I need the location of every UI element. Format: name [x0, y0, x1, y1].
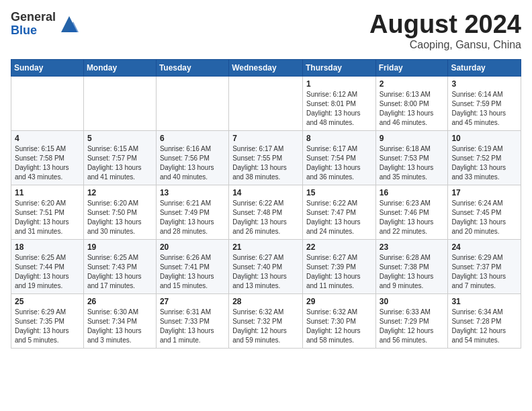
day-number: 8 — [306, 134, 372, 143]
day-info: Sunrise: 6:32 AM Sunset: 7:30 PM Dayligh… — [306, 308, 372, 345]
logo-blue: Blue — [11, 24, 56, 38]
logo-icon — [58, 13, 80, 35]
month-title: August 2024 — [369, 11, 521, 39]
day-number: 21 — [232, 242, 299, 252]
calendar-cell: 17Sunrise: 6:24 AM Sunset: 7:45 PM Dayli… — [448, 185, 521, 239]
day-number: 20 — [160, 242, 225, 252]
calendar-cell — [11, 76, 84, 130]
day-number: 6 — [160, 134, 225, 143]
day-number: 13 — [160, 188, 225, 197]
day-info: Sunrise: 6:14 AM Sunset: 7:59 PM Dayligh… — [451, 90, 517, 128]
day-info: Sunrise: 6:26 AM Sunset: 7:41 PM Dayligh… — [160, 253, 225, 291]
calendar-cell: 23Sunrise: 6:28 AM Sunset: 7:38 PM Dayli… — [375, 239, 448, 293]
day-number: 15 — [306, 188, 372, 197]
day-number: 3 — [451, 79, 517, 89]
day-info: Sunrise: 6:19 AM Sunset: 7:52 PM Dayligh… — [451, 144, 517, 182]
day-number: 25 — [15, 297, 80, 306]
day-number: 22 — [306, 242, 372, 252]
day-header-saturday: Saturday — [448, 59, 521, 76]
day-number: 2 — [380, 79, 445, 89]
day-number: 27 — [160, 297, 225, 306]
day-header-wednesday: Wednesday — [229, 59, 303, 76]
calendar-cell: 19Sunrise: 6:25 AM Sunset: 7:43 PM Dayli… — [83, 239, 156, 293]
day-number: 5 — [87, 134, 152, 143]
calendar-cell: 20Sunrise: 6:26 AM Sunset: 7:41 PM Dayli… — [156, 239, 228, 293]
day-info: Sunrise: 6:20 AM Sunset: 7:50 PM Dayligh… — [87, 199, 152, 236]
day-info: Sunrise: 6:15 AM Sunset: 7:57 PM Dayligh… — [87, 144, 152, 182]
calendar-week-1: 1Sunrise: 6:12 AM Sunset: 8:01 PM Daylig… — [11, 76, 521, 130]
calendar-cell: 28Sunrise: 6:32 AM Sunset: 7:32 PM Dayli… — [229, 293, 303, 348]
header: General Blue August 2024 Caoping, Gansu,… — [11, 11, 521, 51]
calendar-week-4: 18Sunrise: 6:25 AM Sunset: 7:44 PM Dayli… — [11, 239, 521, 293]
day-info: Sunrise: 6:16 AM Sunset: 7:56 PM Dayligh… — [160, 144, 225, 182]
calendar-cell: 13Sunrise: 6:21 AM Sunset: 7:49 PM Dayli… — [156, 185, 228, 239]
day-info: Sunrise: 6:33 AM Sunset: 7:29 PM Dayligh… — [380, 308, 445, 345]
day-info: Sunrise: 6:29 AM Sunset: 7:37 PM Dayligh… — [451, 253, 517, 291]
day-number: 19 — [87, 242, 152, 252]
calendar-cell: 1Sunrise: 6:12 AM Sunset: 8:01 PM Daylig… — [302, 76, 375, 130]
day-header-friday: Friday — [375, 59, 448, 76]
calendar-cell: 24Sunrise: 6:29 AM Sunset: 7:37 PM Dayli… — [448, 239, 521, 293]
calendar-cell: 5Sunrise: 6:15 AM Sunset: 7:57 PM Daylig… — [83, 130, 156, 185]
calendar-cell: 31Sunrise: 6:34 AM Sunset: 7:28 PM Dayli… — [448, 293, 521, 348]
calendar-cell: 12Sunrise: 6:20 AM Sunset: 7:50 PM Dayli… — [83, 185, 156, 239]
day-info: Sunrise: 6:28 AM Sunset: 7:38 PM Dayligh… — [380, 253, 445, 291]
day-info: Sunrise: 6:15 AM Sunset: 7:58 PM Dayligh… — [15, 144, 80, 182]
logo-text: General Blue — [11, 11, 56, 38]
day-number: 16 — [380, 188, 445, 197]
day-header-sunday: Sunday — [11, 59, 84, 76]
day-number: 1 — [306, 79, 372, 89]
calendar-cell: 9Sunrise: 6:18 AM Sunset: 7:53 PM Daylig… — [375, 130, 448, 185]
day-number: 24 — [451, 242, 517, 252]
calendar-cell: 27Sunrise: 6:31 AM Sunset: 7:33 PM Dayli… — [156, 293, 228, 348]
location: Caoping, Gansu, China — [369, 39, 521, 51]
calendar-cell: 29Sunrise: 6:32 AM Sunset: 7:30 PM Dayli… — [302, 293, 375, 348]
day-number: 14 — [232, 188, 299, 197]
day-info: Sunrise: 6:23 AM Sunset: 7:46 PM Dayligh… — [380, 199, 445, 236]
day-header-tuesday: Tuesday — [156, 59, 228, 76]
calendar-cell — [156, 76, 228, 130]
day-info: Sunrise: 6:34 AM Sunset: 7:28 PM Dayligh… — [451, 308, 517, 345]
day-header-thursday: Thursday — [302, 59, 375, 76]
day-number: 17 — [451, 188, 517, 197]
calendar-cell: 18Sunrise: 6:25 AM Sunset: 7:44 PM Dayli… — [11, 239, 84, 293]
calendar-week-3: 11Sunrise: 6:20 AM Sunset: 7:51 PM Dayli… — [11, 185, 521, 239]
day-info: Sunrise: 6:21 AM Sunset: 7:49 PM Dayligh… — [160, 199, 225, 236]
day-number: 30 — [380, 297, 445, 306]
calendar-cell: 16Sunrise: 6:23 AM Sunset: 7:46 PM Dayli… — [375, 185, 448, 239]
logo: General Blue — [11, 11, 80, 38]
day-number: 31 — [451, 297, 517, 306]
calendar: SundayMondayTuesdayWednesdayThursdayFrid… — [11, 59, 521, 349]
day-number: 23 — [380, 242, 445, 252]
calendar-header-row: SundayMondayTuesdayWednesdayThursdayFrid… — [11, 59, 521, 76]
day-info: Sunrise: 6:17 AM Sunset: 7:55 PM Dayligh… — [232, 144, 299, 182]
logo-general: General — [11, 11, 56, 24]
day-info: Sunrise: 6:25 AM Sunset: 7:44 PM Dayligh… — [15, 253, 80, 291]
day-info: Sunrise: 6:20 AM Sunset: 7:51 PM Dayligh… — [15, 199, 80, 236]
calendar-cell — [83, 76, 156, 130]
calendar-cell: 15Sunrise: 6:22 AM Sunset: 7:47 PM Dayli… — [302, 185, 375, 239]
day-number: 26 — [87, 297, 152, 306]
day-number: 12 — [87, 188, 152, 197]
day-number: 4 — [15, 134, 80, 143]
day-info: Sunrise: 6:22 AM Sunset: 7:48 PM Dayligh… — [232, 199, 299, 236]
calendar-cell: 11Sunrise: 6:20 AM Sunset: 7:51 PM Dayli… — [11, 185, 84, 239]
calendar-cell: 26Sunrise: 6:30 AM Sunset: 7:34 PM Dayli… — [83, 293, 156, 348]
day-info: Sunrise: 6:17 AM Sunset: 7:54 PM Dayligh… — [306, 144, 372, 182]
day-info: Sunrise: 6:12 AM Sunset: 8:01 PM Dayligh… — [306, 90, 372, 128]
calendar-cell: 6Sunrise: 6:16 AM Sunset: 7:56 PM Daylig… — [156, 130, 228, 185]
calendar-cell: 8Sunrise: 6:17 AM Sunset: 7:54 PM Daylig… — [302, 130, 375, 185]
calendar-cell: 3Sunrise: 6:14 AM Sunset: 7:59 PM Daylig… — [448, 76, 521, 130]
day-info: Sunrise: 6:25 AM Sunset: 7:43 PM Dayligh… — [87, 253, 152, 291]
day-number: 10 — [451, 134, 517, 143]
day-info: Sunrise: 6:24 AM Sunset: 7:45 PM Dayligh… — [451, 199, 517, 236]
day-info: Sunrise: 6:30 AM Sunset: 7:34 PM Dayligh… — [87, 308, 152, 345]
day-number: 29 — [306, 297, 372, 306]
day-info: Sunrise: 6:13 AM Sunset: 8:00 PM Dayligh… — [380, 90, 445, 128]
day-number: 28 — [232, 297, 299, 306]
day-info: Sunrise: 6:29 AM Sunset: 7:35 PM Dayligh… — [15, 308, 80, 345]
calendar-cell: 7Sunrise: 6:17 AM Sunset: 7:55 PM Daylig… — [229, 130, 303, 185]
day-info: Sunrise: 6:27 AM Sunset: 7:40 PM Dayligh… — [232, 253, 299, 291]
day-number: 7 — [232, 134, 299, 143]
day-number: 11 — [15, 188, 80, 197]
